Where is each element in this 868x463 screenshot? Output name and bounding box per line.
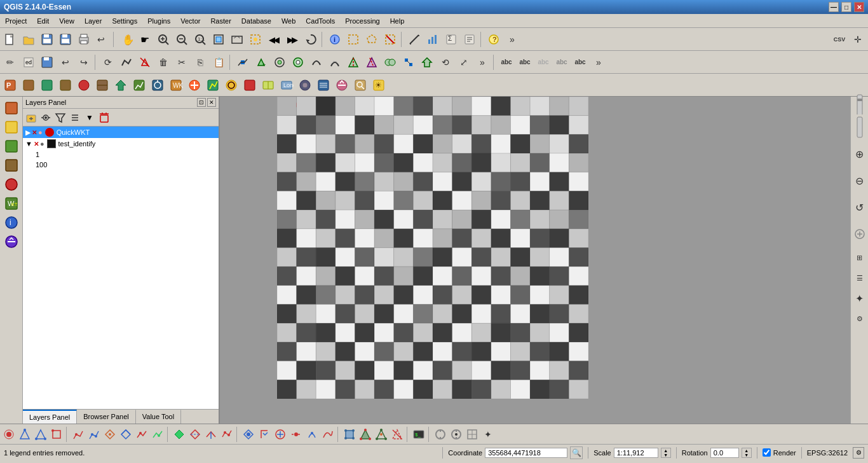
plugin-btn-5[interactable]: [75, 76, 93, 94]
map-canvas[interactable]: [220, 97, 850, 424]
rotate-point-button[interactable]: ⟲: [437, 53, 454, 71]
rotation-down-button[interactable]: ▼: [742, 453, 751, 457]
left-plugin-btn-8[interactable]: [3, 233, 20, 251]
right-btn-4[interactable]: ⊖: [853, 168, 867, 193]
offset-button[interactable]: [326, 53, 344, 71]
plugin-btn-12[interactable]: [204, 76, 222, 94]
label-show-hide-button[interactable]: abc: [534, 53, 552, 71]
layer-close-testidentify[interactable]: ✕: [34, 141, 39, 148]
plugin-btn-13[interactable]: [222, 76, 240, 94]
plugin-btn-21[interactable]: ☀: [370, 76, 388, 94]
move-feature-button[interactable]: [418, 53, 436, 71]
menu-layer[interactable]: Layer: [79, 14, 107, 27]
scale-input[interactable]: [614, 448, 658, 458]
snap-btn-10[interactable]: [150, 427, 165, 442]
render-checkbox[interactable]: [763, 448, 771, 457]
statistics-button[interactable]: [424, 31, 442, 48]
menu-vector[interactable]: Vector: [175, 14, 205, 27]
menu-help[interactable]: Help: [385, 14, 410, 27]
cut-button[interactable]: ✂: [173, 53, 191, 71]
more-label-button[interactable]: »: [590, 53, 607, 71]
menu-settings[interactable]: Settings: [107, 14, 142, 27]
right-btn-9[interactable]: ✦: [853, 289, 867, 308]
menu-web[interactable]: Web: [276, 14, 301, 27]
delete-button[interactable]: 🗑: [154, 53, 172, 71]
left-plugin-btn-5[interactable]: [3, 176, 20, 193]
right-btn-1[interactable]: [853, 99, 867, 113]
right-btn-6[interactable]: [853, 221, 867, 247]
rotate-feature-button[interactable]: ⟳: [99, 53, 117, 71]
panel-float-button[interactable]: ⊡: [197, 98, 206, 107]
more-tools-button[interactable]: »: [503, 31, 521, 48]
snap-btn-19[interactable]: [304, 427, 320, 442]
simplify-button[interactable]: [118, 53, 135, 71]
menu-cadtools[interactable]: CadTools: [301, 14, 340, 27]
digitize-pencil-button[interactable]: ✏: [1, 53, 19, 71]
left-plugin-btn-1[interactable]: [3, 99, 20, 117]
identify-button[interactable]: i: [326, 31, 344, 48]
zoom-native-button[interactable]: 1:1: [191, 31, 209, 48]
snap-btn-18[interactable]: [288, 427, 304, 442]
layer-vis-checkbox2[interactable]: ●: [40, 140, 44, 148]
label-rotate-button[interactable]: abc: [571, 53, 589, 71]
merge-button[interactable]: [381, 53, 399, 71]
revert-button[interactable]: ↩: [93, 31, 111, 48]
left-plugin-btn-4[interactable]: [3, 156, 20, 174]
zoom-out-button[interactable]: [173, 31, 191, 48]
help-button[interactable]: ?: [485, 31, 503, 48]
layer-vis-checkbox[interactable]: ●: [38, 128, 43, 136]
tab-value-tool[interactable]: Value Tool: [136, 410, 181, 424]
more-dig-button[interactable]: »: [473, 53, 491, 71]
plugin-btn-17[interactable]: [296, 76, 314, 94]
layer-item-quickwkt[interactable]: ▶ ✕ ● QuickWKT: [23, 127, 219, 138]
pan-tool-button[interactable]: ✋: [118, 31, 135, 48]
scale-up-button[interactable]: ▲: [661, 448, 670, 453]
snap-btn-20[interactable]: [320, 427, 336, 442]
plugin-btn-9[interactable]: [149, 76, 166, 94]
zoom-in-button[interactable]: [154, 31, 172, 48]
measure-button[interactable]: [405, 31, 423, 48]
plugin-btn-15[interactable]: [259, 76, 277, 94]
right-btn-8[interactable]: ☰: [853, 268, 867, 287]
label-move-button[interactable]: abc: [553, 53, 571, 71]
snap-btn-23[interactable]: [374, 427, 389, 442]
menu-project[interactable]: Project: [0, 14, 32, 27]
plugin-btn-16[interactable]: Long Lat: [278, 76, 295, 94]
plugin-search-button[interactable]: [351, 76, 369, 94]
label-pin-button[interactable]: abc: [516, 53, 534, 71]
plugin-btn-19[interactable]: [333, 76, 351, 94]
snap-btn-15[interactable]: [241, 427, 256, 442]
menu-edit[interactable]: Edit: [32, 14, 54, 27]
label-tool-button[interactable]: abc: [498, 53, 515, 71]
zoom-selection-button[interactable]: [247, 31, 264, 48]
undo-button[interactable]: ↩: [57, 53, 74, 71]
epsg-button[interactable]: ⚙: [853, 447, 864, 459]
minimize-button[interactable]: —: [829, 2, 839, 12]
snap-btn-28[interactable]: ✦: [480, 427, 496, 442]
left-plugin-btn-2[interactable]: [3, 118, 20, 136]
maximize-button[interactable]: □: [841, 2, 851, 12]
add-part-button[interactable]: +: [252, 53, 270, 71]
plugin-btn-18[interactable]: [315, 76, 332, 94]
vertex-tool-button[interactable]: [234, 53, 252, 71]
manage-layer-vis-button[interactable]: [39, 111, 53, 125]
plugin-btn-8[interactable]: [130, 76, 148, 94]
plugin-btn-10[interactable]: WKT: [167, 76, 185, 94]
snap-btn-26[interactable]: [449, 427, 464, 442]
epsg-label[interactable]: EPSG:32612: [807, 449, 848, 457]
expand-all-button[interactable]: [68, 111, 82, 125]
current-edits-button[interactable]: ed: [20, 53, 37, 71]
summarize-button[interactable]: [461, 31, 478, 48]
snap-btn-8[interactable]: [118, 427, 133, 442]
plugin-btn-3[interactable]: [38, 76, 56, 94]
coordinate-search-icon[interactable]: 🔍: [570, 446, 583, 459]
copy-button[interactable]: ⎘: [191, 53, 209, 71]
split-button[interactable]: [344, 53, 362, 71]
zoom-previous-button[interactable]: ◀◀: [265, 31, 283, 48]
plugin-btn-14[interactable]: [241, 76, 259, 94]
menu-processing[interactable]: Processing: [340, 14, 384, 27]
rotation-spinner[interactable]: ▲ ▼: [742, 448, 752, 458]
scale-down-button[interactable]: ▼: [661, 453, 670, 457]
snap-btn-2[interactable]: [17, 427, 32, 442]
menu-plugins[interactable]: Plugins: [142, 14, 175, 27]
